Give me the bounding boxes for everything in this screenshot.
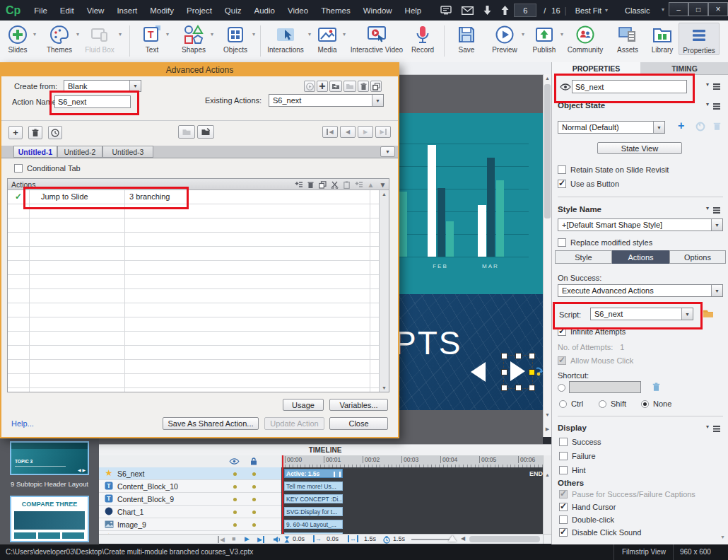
save-as-shared-action-button[interactable]: Save As Shared Action... — [163, 417, 259, 430]
minimize-button[interactable]: – — [669, 2, 688, 16]
retain-state-checkbox[interactable] — [558, 165, 566, 174]
chevron-down-icon[interactable]: ▾ — [560, 31, 563, 37]
actions-empty-row[interactable] — [8, 346, 380, 360]
combo-arrow-icon[interactable]: ▼ — [711, 219, 722, 231]
combo-arrow-icon[interactable]: ▼ — [653, 122, 664, 133]
timeline-clip[interactable]: 9. 60-40 Layout_... — [284, 520, 343, 529]
mail-icon[interactable] — [462, 6, 474, 15]
combo-arrow-icon[interactable]: ▼ — [711, 285, 722, 296]
new-action-button[interactable]: + — [317, 81, 328, 92]
lock-column-icon[interactable] — [250, 457, 257, 465]
replace-styles-row[interactable]: Replace modified styles — [558, 238, 652, 247]
dialog-title[interactable]: Advanced Actions — [1, 64, 398, 76]
chevron-down-icon[interactable]: ▾ — [252, 31, 255, 37]
duplicate-action-button[interactable] — [370, 81, 382, 92]
actions-empty-row[interactable] — [8, 261, 380, 275]
style-name-select[interactable]: +[Default Smart Shape Style] ▼ — [558, 218, 723, 231]
subtab-actions[interactable]: Actions — [612, 250, 669, 264]
tab-untitled-1[interactable]: Untitled-1 — [13, 146, 57, 158]
export-action-button[interactable] — [344, 81, 356, 92]
script-select[interactable]: S6_next ▼ — [590, 308, 693, 320]
actions-empty-row[interactable] — [8, 360, 380, 374]
stage-vertical-scrollbar[interactable]: ▲ ▼ ▶ — [543, 74, 551, 437]
use-as-button-checkbox[interactable] — [558, 180, 566, 188]
copy-row-icon[interactable] — [318, 180, 327, 189]
chevron-down-icon[interactable]: ▾ — [76, 31, 79, 37]
lock-dot[interactable] — [252, 485, 256, 489]
none-radio-row[interactable]: None — [641, 399, 671, 408]
subtab-options[interactable]: Options — [669, 250, 726, 264]
toolbar-shapes[interactable]: ▾ Shapes — [177, 23, 211, 54]
panel-scroll-down-icon[interactable]: ▼ — [720, 535, 725, 539]
close-dialog-button[interactable]: Close — [329, 417, 388, 430]
next-slide-icon[interactable] — [501, 6, 509, 15]
zoom-slider-track[interactable] — [411, 539, 452, 540]
scroll-thumb[interactable] — [544, 84, 551, 218]
usage-button[interactable]: Usage — [283, 399, 324, 411]
ctrl-radio[interactable] — [559, 400, 567, 408]
workspace-select[interactable]: Classic — [625, 6, 650, 15]
toolbar-media[interactable]: ▾ Media — [312, 23, 343, 54]
toolbar-themes[interactable]: ▾ Themes — [42, 23, 76, 54]
timeline-row-content-block-9[interactable]: T Content_Block_9 KEY CONCEPT :Di... — [99, 493, 543, 506]
subtab-style[interactable]: Style — [555, 250, 612, 264]
menu-view[interactable]: View — [81, 6, 111, 15]
actions-empty-row[interactable] — [8, 332, 380, 346]
ctrl-radio-row[interactable]: Ctrl — [559, 399, 583, 408]
timeline-row-chart-1[interactable]: Chart_1 SVG:Display for t... — [99, 506, 543, 518]
maximize-button[interactable]: □ — [688, 2, 708, 16]
combo-arrow-icon[interactable]: ▼ — [129, 81, 141, 91]
previous-slide-icon[interactable] — [483, 6, 491, 15]
menu-window[interactable]: Window — [357, 6, 399, 15]
menu-insert[interactable]: Insert — [110, 6, 143, 15]
visibility-dot[interactable] — [233, 511, 237, 514]
close-button[interactable]: × — [708, 2, 728, 16]
menu-help[interactable]: Help — [399, 6, 428, 15]
visibility-dot[interactable] — [233, 498, 237, 501]
panel-menu-icon[interactable] — [706, 425, 720, 432]
combo-arrow-icon[interactable]: ▼ — [681, 308, 693, 320]
object-name-input[interactable] — [572, 80, 687, 93]
add-row-icon[interactable] — [294, 180, 303, 189]
selection-handle[interactable] — [501, 369, 507, 375]
hint-row[interactable]: Hint — [559, 466, 586, 474]
action-cell[interactable]: Jump to Slide — [41, 192, 88, 201]
visibility-dot[interactable] — [233, 472, 237, 476]
visibility-dot[interactable] — [233, 485, 237, 489]
paste-row-icon[interactable] — [342, 180, 351, 189]
lock-dot[interactable] — [252, 511, 256, 514]
nav-next-button[interactable]: ▶ — [358, 126, 373, 138]
selection-handle[interactable] — [515, 385, 522, 391]
none-radio[interactable] — [641, 400, 649, 408]
toolbar-preview[interactable]: ▾ Preview — [488, 23, 522, 54]
failure-row[interactable]: Failure — [559, 452, 596, 460]
timeline-row-image-9[interactable]: Image_9 9. 60-40 Layout_... — [99, 518, 543, 531]
toolbar-assets[interactable]: Assets — [612, 23, 643, 54]
tab-overflow-button[interactable]: ▼ — [380, 146, 395, 157]
menu-themes[interactable]: Themes — [315, 6, 357, 15]
toolbar-objects[interactable]: ▾ Objects — [218, 23, 252, 54]
delete-row-icon[interactable] — [306, 180, 315, 189]
chevron-down-icon[interactable]: ▾ — [211, 31, 213, 37]
cut-row-icon[interactable] — [330, 180, 339, 189]
panel-menu-icon[interactable] — [706, 103, 720, 110]
scroll-up-icon[interactable]: ▲ — [382, 192, 387, 197]
toolbar-library[interactable]: Library — [647, 23, 678, 54]
chevron-down-icon[interactable]: ▾ — [33, 31, 36, 37]
actions-empty-row[interactable] — [8, 303, 380, 317]
timeline-clip[interactable]: KEY CONCEPT :Di... — [284, 494, 343, 503]
conditional-tab-checkbox[interactable] — [14, 164, 23, 173]
delay-action-button[interactable] — [48, 126, 62, 139]
double-click-row[interactable]: Double-click — [559, 515, 614, 524]
delete-action-button[interactable] — [358, 81, 369, 92]
preview-screen-icon[interactable] — [440, 6, 452, 15]
use-as-button-row[interactable]: Use as Button — [558, 180, 619, 188]
shift-radio-row[interactable]: Shift — [599, 399, 626, 408]
play-button[interactable]: ▶ — [245, 535, 249, 544]
timeline-clip-active[interactable]: Active: 1.5s — [284, 469, 343, 478]
shared-action-button[interactable] — [178, 125, 195, 139]
state-view-button[interactable]: State View — [597, 142, 682, 154]
timeline-clip[interactable]: SVG:Display for t... — [284, 507, 343, 516]
existing-actions-select[interactable]: S6_next ▼ — [269, 94, 384, 107]
chevron-down-icon[interactable]: ▾ — [308, 31, 311, 37]
